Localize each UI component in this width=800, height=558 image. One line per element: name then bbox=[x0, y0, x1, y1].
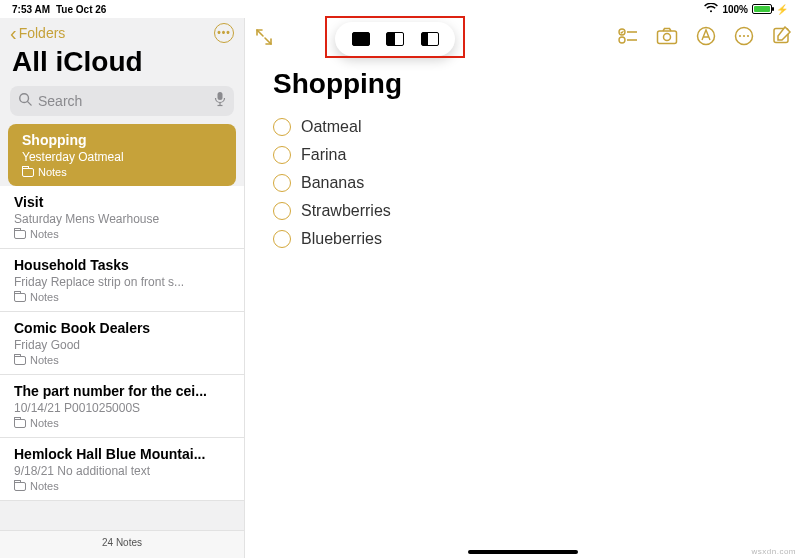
battery-percent: 100% bbox=[722, 4, 748, 15]
note-card[interactable]: Visit Saturday Mens Wearhouse Notes bbox=[0, 186, 244, 249]
note-sub: 10/14/21 P001025000S bbox=[14, 401, 232, 415]
check-item[interactable]: Oatmeal bbox=[273, 118, 772, 136]
status-left: 7:53 AM Tue Oct 26 bbox=[12, 4, 106, 15]
back-button[interactable]: ‹ Folders bbox=[10, 25, 65, 41]
check-item-label: Bananas bbox=[301, 174, 364, 192]
toolbar-actions bbox=[618, 26, 792, 46]
charging-icon: ⚡ bbox=[776, 4, 788, 15]
markup-icon[interactable] bbox=[696, 26, 716, 46]
note-sub: 9/18/21 No additional text bbox=[14, 464, 232, 478]
compose-icon[interactable] bbox=[772, 26, 792, 46]
check-item[interactable]: Blueberries bbox=[273, 230, 772, 248]
more-button[interactable]: ••• bbox=[214, 23, 234, 43]
note-card[interactable]: Household Tasks Friday Replace strip on … bbox=[0, 249, 244, 312]
note-sub: Friday Good bbox=[14, 338, 232, 352]
svg-rect-2 bbox=[218, 92, 223, 100]
ellipsis-icon: ••• bbox=[217, 27, 231, 38]
svg-point-13 bbox=[739, 35, 741, 37]
status-time: 7:53 AM bbox=[12, 4, 50, 15]
folder-icon bbox=[14, 482, 26, 491]
search-input[interactable] bbox=[38, 93, 214, 109]
check-item-label: Farina bbox=[301, 146, 346, 164]
note-title: Visit bbox=[14, 194, 232, 210]
search-field[interactable] bbox=[10, 86, 234, 116]
svg-point-10 bbox=[664, 34, 671, 41]
mic-icon[interactable] bbox=[214, 91, 226, 111]
note-folder-row: Notes bbox=[14, 480, 232, 492]
note-card-selected[interactable]: Shopping Yesterday Oatmeal Notes bbox=[8, 124, 236, 186]
note-title: Household Tasks bbox=[14, 257, 232, 273]
watermark: wsxdn.com bbox=[751, 547, 796, 556]
note-folder-label: Notes bbox=[30, 354, 59, 366]
svg-point-14 bbox=[743, 35, 745, 37]
check-item[interactable]: Bananas bbox=[273, 174, 772, 192]
layout-splitview-option[interactable] bbox=[386, 32, 404, 46]
note-folder-row: Notes bbox=[14, 354, 232, 366]
check-circle-icon[interactable] bbox=[273, 202, 291, 220]
notes-list: Shopping Yesterday Oatmeal Notes Visit S… bbox=[0, 124, 244, 530]
svg-point-15 bbox=[747, 35, 749, 37]
svg-point-7 bbox=[619, 37, 625, 43]
multitask-pill bbox=[335, 22, 455, 56]
layout-fullscreen-option[interactable] bbox=[352, 32, 370, 46]
note-heading: Shopping bbox=[273, 68, 772, 100]
check-circle-icon[interactable] bbox=[273, 230, 291, 248]
check-item[interactable]: Farina bbox=[273, 146, 772, 164]
note-folder-label: Notes bbox=[30, 291, 59, 303]
note-title: Comic Book Dealers bbox=[14, 320, 232, 336]
layout-slideover-option[interactable] bbox=[421, 32, 439, 46]
note-folder-row: Notes bbox=[14, 291, 232, 303]
check-circle-icon[interactable] bbox=[273, 174, 291, 192]
note-folder-row: Notes bbox=[14, 417, 232, 429]
expand-icon[interactable] bbox=[255, 28, 273, 46]
note-sub: Yesterday Oatmeal bbox=[22, 150, 224, 164]
folder-icon bbox=[14, 293, 26, 302]
battery-icon bbox=[752, 4, 772, 14]
wifi-icon bbox=[704, 3, 718, 15]
chevron-left-icon: ‹ bbox=[10, 26, 17, 40]
content-pane: Shopping Oatmeal Farina Bananas Strawber… bbox=[245, 18, 800, 558]
status-right: 100% ⚡ bbox=[704, 3, 788, 15]
note-title: Shopping bbox=[22, 132, 224, 148]
folder-icon bbox=[14, 230, 26, 239]
check-circle-icon[interactable] bbox=[273, 146, 291, 164]
note-card[interactable]: The part number for the cei... 10/14/21 … bbox=[0, 375, 244, 438]
note-folder-label: Notes bbox=[38, 166, 67, 178]
svg-line-1 bbox=[28, 102, 32, 106]
note-folder-label: Notes bbox=[30, 417, 59, 429]
status-date: Tue Oct 26 bbox=[56, 4, 106, 15]
folder-icon bbox=[22, 168, 34, 177]
checklist-icon[interactable] bbox=[618, 27, 638, 45]
back-label: Folders bbox=[19, 25, 66, 41]
search-icon bbox=[18, 92, 32, 110]
camera-icon[interactable] bbox=[656, 27, 678, 45]
sidebar-title: All iCloud bbox=[0, 44, 244, 86]
check-item-label: Strawberries bbox=[301, 202, 391, 220]
note-card[interactable]: Hemlock Hall Blue Mountai... 9/18/21 No … bbox=[0, 438, 244, 501]
sidebar: ‹ Folders ••• All iCloud Shopping Yester… bbox=[0, 18, 245, 558]
check-item[interactable]: Strawberries bbox=[273, 202, 772, 220]
note-card[interactable]: Comic Book Dealers Friday Good Notes bbox=[0, 312, 244, 375]
check-item-label: Oatmeal bbox=[301, 118, 361, 136]
note-folder-row: Notes bbox=[14, 228, 232, 240]
check-circle-icon[interactable] bbox=[273, 118, 291, 136]
note-folder-label: Notes bbox=[30, 228, 59, 240]
note-sub: Friday Replace strip on front s... bbox=[14, 275, 232, 289]
check-item-label: Blueberries bbox=[301, 230, 382, 248]
folder-icon bbox=[14, 356, 26, 365]
content-toolbar bbox=[245, 18, 800, 58]
note-folder-row: Notes bbox=[22, 166, 224, 178]
status-bar: 7:53 AM Tue Oct 26 100% ⚡ bbox=[0, 0, 800, 18]
more-icon[interactable] bbox=[734, 26, 754, 46]
sidebar-footer: 24 Notes bbox=[0, 530, 244, 558]
folder-icon bbox=[14, 419, 26, 428]
note-sub: Saturday Mens Wearhouse bbox=[14, 212, 232, 226]
home-indicator[interactable] bbox=[468, 550, 578, 554]
note-title: Hemlock Hall Blue Mountai... bbox=[14, 446, 232, 462]
note-folder-label: Notes bbox=[30, 480, 59, 492]
note-title: The part number for the cei... bbox=[14, 383, 232, 399]
